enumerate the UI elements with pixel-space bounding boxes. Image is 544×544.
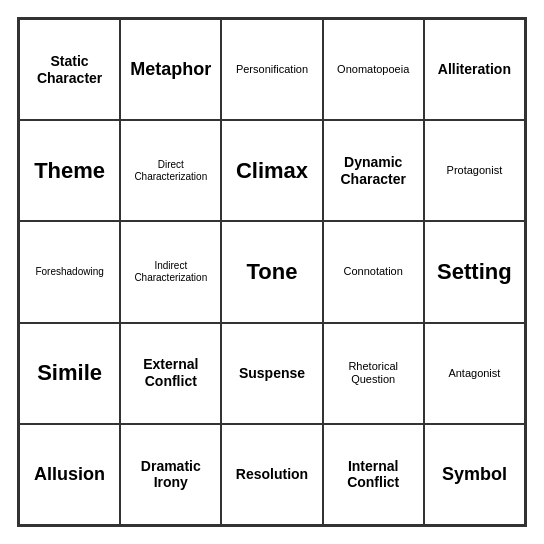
bingo-cell-r0c2: Personification: [221, 19, 322, 120]
bingo-cell-r1c2: Climax: [221, 120, 322, 221]
cell-text-r1c1: Direct Characterization: [125, 159, 216, 183]
cell-text-r2c2: Tone: [247, 259, 298, 285]
bingo-grid: Static CharacterMetaphorPersonificationO…: [19, 19, 525, 525]
cell-text-r3c4: Antagonist: [448, 367, 500, 380]
cell-text-r3c0: Simile: [37, 360, 102, 386]
cell-text-r4c1: Dramatic Irony: [125, 458, 216, 492]
cell-text-r3c2: Suspense: [239, 365, 305, 382]
cell-text-r0c2: Personification: [236, 63, 308, 76]
cell-text-r0c4: Alliteration: [438, 61, 511, 78]
bingo-cell-r0c1: Metaphor: [120, 19, 221, 120]
bingo-cell-r0c3: Onomatopoeia: [323, 19, 424, 120]
bingo-cell-r2c3: Connotation: [323, 221, 424, 322]
cell-text-r0c0: Static Character: [24, 53, 115, 87]
bingo-cell-r4c1: Dramatic Irony: [120, 424, 221, 525]
cell-text-r1c2: Climax: [236, 158, 308, 184]
bingo-cell-r3c0: Simile: [19, 323, 120, 424]
cell-text-r2c3: Connotation: [344, 265, 403, 278]
bingo-cell-r3c2: Suspense: [221, 323, 322, 424]
cell-text-r4c4: Symbol: [442, 464, 507, 486]
bingo-cell-r2c1: Indirect Characterization: [120, 221, 221, 322]
cell-text-r1c3: Dynamic Character: [328, 154, 419, 188]
bingo-cell-r1c4: Protagonist: [424, 120, 525, 221]
cell-text-r2c0: Foreshadowing: [35, 266, 103, 278]
bingo-card: Static CharacterMetaphorPersonificationO…: [17, 17, 527, 527]
bingo-cell-r3c3: Rhetorical Question: [323, 323, 424, 424]
cell-text-r2c4: Setting: [437, 259, 512, 285]
bingo-cell-r4c3: Internal Conflict: [323, 424, 424, 525]
bingo-cell-r4c0: Allusion: [19, 424, 120, 525]
cell-text-r3c1: External Conflict: [125, 356, 216, 390]
cell-text-r4c0: Allusion: [34, 464, 105, 486]
bingo-cell-r2c2: Tone: [221, 221, 322, 322]
bingo-cell-r1c0: Theme: [19, 120, 120, 221]
bingo-cell-r1c1: Direct Characterization: [120, 120, 221, 221]
bingo-cell-r0c0: Static Character: [19, 19, 120, 120]
cell-text-r3c3: Rhetorical Question: [328, 360, 419, 386]
bingo-cell-r2c4: Setting: [424, 221, 525, 322]
bingo-cell-r4c2: Resolution: [221, 424, 322, 525]
cell-text-r4c3: Internal Conflict: [328, 458, 419, 492]
bingo-cell-r4c4: Symbol: [424, 424, 525, 525]
cell-text-r1c4: Protagonist: [447, 164, 503, 177]
cell-text-r1c0: Theme: [34, 158, 105, 184]
cell-text-r0c1: Metaphor: [130, 59, 211, 81]
bingo-cell-r3c4: Antagonist: [424, 323, 525, 424]
bingo-cell-r3c1: External Conflict: [120, 323, 221, 424]
bingo-cell-r1c3: Dynamic Character: [323, 120, 424, 221]
bingo-cell-r0c4: Alliteration: [424, 19, 525, 120]
cell-text-r0c3: Onomatopoeia: [337, 63, 409, 76]
bingo-cell-r2c0: Foreshadowing: [19, 221, 120, 322]
cell-text-r4c2: Resolution: [236, 466, 308, 483]
cell-text-r2c1: Indirect Characterization: [125, 260, 216, 284]
